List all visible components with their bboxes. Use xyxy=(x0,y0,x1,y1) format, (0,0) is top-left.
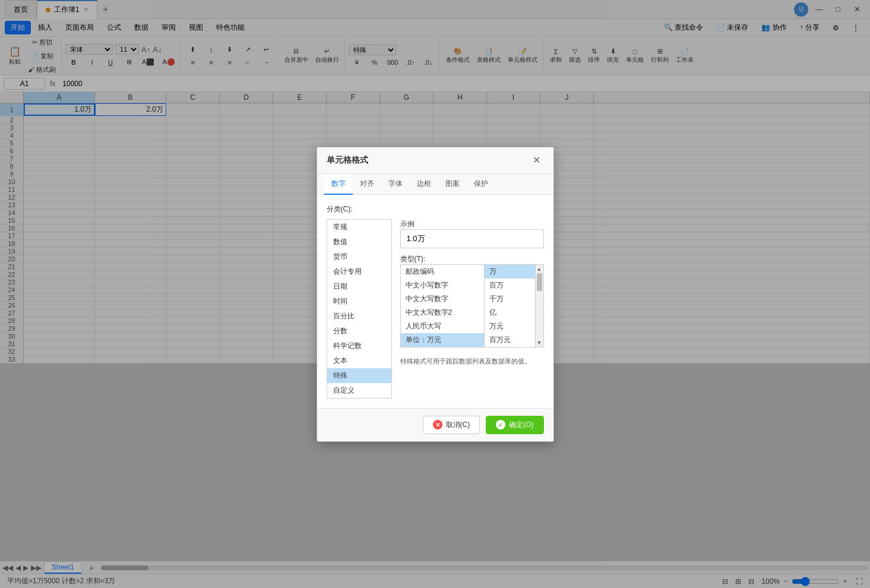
tab-border[interactable]: 边框 xyxy=(410,174,438,195)
type-wan-yuan[interactable]: 单位：万元 xyxy=(401,333,484,347)
cat-currency[interactable]: 货币 xyxy=(327,249,391,264)
cat-custom[interactable]: 自定义 xyxy=(327,383,391,398)
preview-label: 示例 xyxy=(400,219,544,229)
cancel-icon: ✕ xyxy=(433,420,442,429)
tab-alignment[interactable]: 对齐 xyxy=(353,174,381,195)
type-label: 类型(T): xyxy=(400,254,544,264)
type-qianwan[interactable]: 千万 xyxy=(485,292,535,306)
type-postal[interactable]: 邮政编码 xyxy=(401,265,484,279)
cat-time[interactable]: 时间 xyxy=(327,294,391,309)
type-baiwanyuan[interactable]: 百万元 xyxy=(485,333,535,347)
type-yi[interactable]: 亿 xyxy=(485,306,535,320)
scroll-up-btn[interactable]: ▲ xyxy=(536,265,543,273)
type-lists-container: 邮政编码 中文小写数字 中文大写数字 中文大写数字2 人民币大写 单位：万元 正… xyxy=(400,264,544,347)
cat-percent[interactable]: 百分比 xyxy=(327,309,391,324)
ok-button[interactable]: ✓ 确定(O) xyxy=(486,416,543,434)
dialog-footer: ✕ 取消(C) ✓ 确定(O) xyxy=(317,408,553,441)
type-rmb[interactable]: 人民币大写 xyxy=(401,320,484,333)
cat-date[interactable]: 日期 xyxy=(327,279,391,294)
type-wan[interactable]: 万 xyxy=(485,265,535,279)
dialog-main-area: 常规 数值 货币 会计专用 日期 时间 百分比 分数 科学记数 文本 特殊 自定… xyxy=(327,219,544,399)
cat-text[interactable]: 文本 xyxy=(327,353,391,368)
type-list-left: 邮政编码 中文小写数字 中文大写数字 中文大写数字2 人民币大写 单位：万元 正… xyxy=(401,265,484,347)
desc-text: 特殊格式可用于跟踪数据列表及数据库的值。 xyxy=(400,357,544,366)
type-wanyuan[interactable]: 万元 xyxy=(485,320,535,333)
type-scrollbar[interactable]: ▲ ▼ xyxy=(535,265,543,347)
type-cn-upper2[interactable]: 中文大写数字2 xyxy=(401,306,484,320)
cat-fraction[interactable]: 分数 xyxy=(327,324,391,339)
dialog-overlay: 单元格格式 ✕ 数字 对齐 字体 边框 图案 保护 分类(C): 常规 xyxy=(0,0,870,588)
category-label: 分类(C): xyxy=(327,204,544,214)
tab-protect[interactable]: 保护 xyxy=(467,174,495,195)
cat-scientific[interactable]: 科学记数 xyxy=(327,339,391,353)
cancel-button[interactable]: ✕ 取消(C) xyxy=(423,416,480,434)
tab-pattern[interactable]: 图案 xyxy=(438,174,467,195)
cancel-label: 取消(C) xyxy=(446,420,470,430)
cat-general[interactable]: 常规 xyxy=(327,220,391,235)
category-list: 常规 数值 货币 会计专用 日期 时间 百分比 分数 科学记数 文本 特殊 自定… xyxy=(327,219,392,399)
tab-number[interactable]: 数字 xyxy=(324,174,353,195)
dialog-content: 分类(C): 常规 数值 货币 会计专用 日期 时间 百分比 分数 科学记数 文… xyxy=(317,195,553,408)
cat-number[interactable]: 数值 xyxy=(327,235,391,249)
dialog-title-bar: 单元格格式 ✕ xyxy=(317,147,553,174)
type-cn-upper[interactable]: 中文大写数字 xyxy=(401,292,484,306)
dialog-close-button[interactable]: ✕ xyxy=(530,153,544,167)
cat-accounting[interactable]: 会计专用 xyxy=(327,264,391,279)
dialog-title: 单元格格式 xyxy=(327,155,368,166)
type-cn-lower[interactable]: 中文小写数字 xyxy=(401,279,484,292)
cell-format-dialog: 单元格格式 ✕ 数字 对齐 字体 边框 图案 保护 分类(C): 常规 xyxy=(317,147,554,442)
scroll-thumb xyxy=(537,273,542,291)
type-list-right: 万 百万 千万 亿 万元 百万元 千万元 xyxy=(485,265,535,347)
type-section: 类型(T): 邮政编码 中文小写数字 中文大写数字 中文大写数字2 人民币大写 … xyxy=(400,254,544,347)
right-panel: 示例 1.0万 类型(T): 邮政编码 中文小写数字 中文 xyxy=(400,219,544,399)
scroll-down-btn[interactable]: ▼ xyxy=(536,339,543,347)
preview-section: 示例 1.0万 xyxy=(400,219,544,248)
preview-box: 1.0万 xyxy=(400,229,544,248)
ok-label: 确定(O) xyxy=(509,420,533,430)
cat-special[interactable]: 特殊 xyxy=(327,368,391,383)
ok-icon: ✓ xyxy=(496,420,505,429)
tab-font[interactable]: 字体 xyxy=(381,174,410,195)
scroll-track xyxy=(536,273,543,339)
dialog-tabs: 数字 对齐 字体 边框 图案 保护 xyxy=(317,174,553,195)
type-baiwan[interactable]: 百万 xyxy=(485,279,535,292)
